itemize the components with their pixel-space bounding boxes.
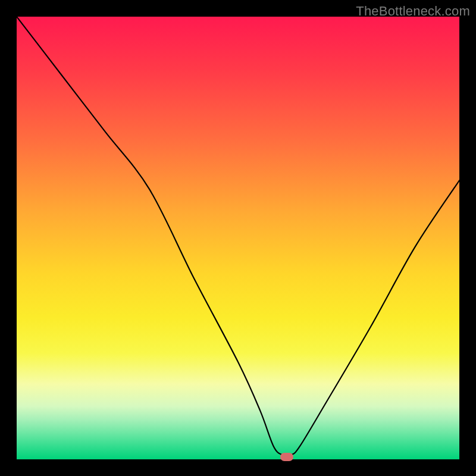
- curve-path: [17, 17, 459, 456]
- plot-area: [17, 17, 459, 459]
- chart-frame: TheBottleneck.com: [0, 0, 476, 476]
- optimal-point-marker: [280, 453, 293, 461]
- bottleneck-curve-line: [17, 17, 459, 459]
